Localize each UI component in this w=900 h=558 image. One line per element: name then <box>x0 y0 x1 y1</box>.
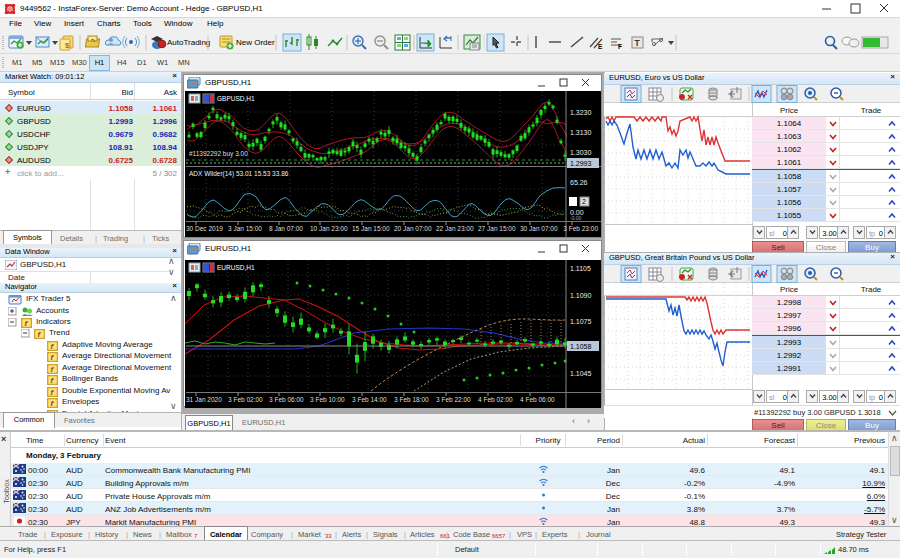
svg-text:3 Feb 02:00: 3 Feb 02:00 <box>228 396 263 403</box>
svg-text:20 Jan 07:00: 20 Jan 07:00 <box>394 225 432 232</box>
svg-text:10 Jan 23:00: 10 Jan 23:00 <box>310 225 348 232</box>
svg-text:1.1045: 1.1045 <box>570 370 592 377</box>
svg-text:1.1105: 1.1105 <box>570 265 591 272</box>
svg-text:3 Feb 18:00: 3 Feb 18:00 <box>394 396 429 403</box>
svg-text:1.1075: 1.1075 <box>570 318 592 325</box>
svg-text:65.26: 65.26 <box>570 179 588 186</box>
svg-text:3 Feb 06:00: 3 Feb 06:00 <box>269 396 304 403</box>
svg-text:1.3230: 1.3230 <box>570 109 592 116</box>
svg-text:1.2993: 1.2993 <box>570 160 592 167</box>
svg-text:EURUSD,H1: EURUSD,H1 <box>217 264 255 271</box>
svg-text:1.3030: 1.3030 <box>570 149 592 156</box>
svg-text:3 Feb 23:00: 3 Feb 23:00 <box>563 225 598 232</box>
svg-text:3 Feb 22:00: 3 Feb 22:00 <box>436 396 471 403</box>
svg-text:T: T <box>635 38 641 48</box>
svg-text:3 Jan 15:00: 3 Jan 15:00 <box>228 225 262 232</box>
svg-text:F: F <box>618 43 622 50</box>
svg-text:4 Feb 06:00: 4 Feb 06:00 <box>520 396 555 403</box>
svg-text:1.1090: 1.1090 <box>570 292 592 299</box>
svg-text:1.3130: 1.3130 <box>570 129 592 136</box>
svg-text:4 Feb 02:00: 4 Feb 02:00 <box>478 396 513 403</box>
svg-text:15 Jan 15:00: 15 Jan 15:00 <box>352 225 390 232</box>
svg-text:22 Jan 23:00: 22 Jan 23:00 <box>436 225 474 232</box>
svg-text:31 Jan 2020: 31 Jan 2020 <box>186 396 222 403</box>
svg-text:30 Dec 2019: 30 Dec 2019 <box>186 225 223 232</box>
svg-text:-0.00: -0.00 <box>570 215 582 221</box>
svg-text:30 Jan 07:00: 30 Jan 07:00 <box>520 225 558 232</box>
svg-text:2: 2 <box>582 198 586 205</box>
svg-text:$: $ <box>65 41 70 50</box>
svg-text:1.1058: 1.1058 <box>570 343 592 350</box>
svg-text:3 Feb 10:00: 3 Feb 10:00 <box>310 396 345 403</box>
svg-text:New Order: New Order <box>236 38 275 47</box>
svg-text:8 Jan 07:00: 8 Jan 07:00 <box>269 225 303 232</box>
svg-text:#11392292 buy 3.00: #11392292 buy 3.00 <box>189 150 248 158</box>
svg-text:AutoTrading: AutoTrading <box>167 38 210 47</box>
svg-text:GBPUSD,H1: GBPUSD,H1 <box>217 95 255 102</box>
svg-text:ADX Wilder(14) 53.01 15.53 33.: ADX Wilder(14) 53.01 15.53 33.86 <box>189 170 289 178</box>
svg-text:E: E <box>598 43 603 50</box>
svg-text:3 Feb 14:00: 3 Feb 14:00 <box>352 396 387 403</box>
svg-text:27 Jan 15:00: 27 Jan 15:00 <box>478 225 516 232</box>
